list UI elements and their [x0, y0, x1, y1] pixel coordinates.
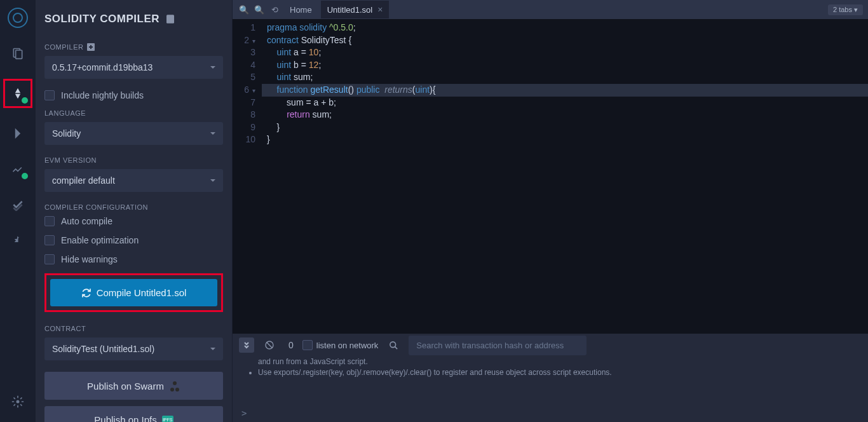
remix-logo-icon[interactable]	[8, 8, 28, 28]
checkbox-icon	[44, 216, 55, 226]
hide-warnings-checkbox[interactable]: Hide warnings	[44, 254, 223, 264]
listen-network-checkbox[interactable]: listen on network	[302, 340, 379, 350]
nightly-builds-checkbox[interactable]: Include nightly builds	[44, 90, 223, 100]
code-editor[interactable]: 12▾3456▾78910 pragma solidity ^0.5.0; co…	[233, 19, 868, 333]
tabs-count-dropdown[interactable]: 2 tabs ▾	[828, 4, 863, 15]
publish-ipfs-button[interactable]: Publish on Ipfs IPFS	[44, 406, 223, 422]
deploy-run-icon[interactable]	[8, 123, 28, 144]
sync-icon[interactable]: ⟲	[268, 3, 281, 16]
svg-rect-1	[16, 50, 22, 58]
compiler-version-select[interactable]: 0.5.17+commit.d19bba13	[44, 56, 223, 79]
settings-icon[interactable]	[8, 391, 28, 412]
auto-compile-checkbox[interactable]: Auto compile	[44, 216, 223, 226]
checkbox-icon	[302, 340, 313, 350]
search-icon[interactable]	[387, 339, 400, 351]
success-badge-icon	[20, 172, 29, 180]
terminal-search-input[interactable]	[409, 336, 587, 355]
zoom-out-icon[interactable]: 🔍	[238, 3, 250, 16]
analysis-icon[interactable]	[8, 159, 28, 179]
checkbox-icon	[44, 90, 55, 100]
publish-swarm-button[interactable]: Publish on Swarm	[44, 372, 223, 400]
contract-select[interactable]: SolidityTest (Untitled1.sol)	[44, 337, 223, 360]
compiler-tab-highlight	[3, 79, 32, 108]
checkbox-icon	[44, 254, 55, 264]
ban-icon[interactable]	[263, 339, 276, 351]
editor-toolbar: 🔍 🔍 ⟲ Home Untitled1.sol × 2 tabs ▾	[233, 0, 868, 19]
plugin-manager-icon[interactable]	[8, 230, 28, 250]
close-icon[interactable]: ×	[377, 4, 383, 15]
evm-version-label: EVM VERSION	[44, 156, 223, 164]
compile-button[interactable]: Compile Untitled1.sol	[50, 279, 217, 306]
compiler-version-label: COMPILER	[44, 43, 223, 51]
language-select[interactable]: Solidity	[44, 122, 223, 145]
home-tab[interactable]: Home	[283, 3, 318, 17]
terminal-toggle-icon[interactable]	[239, 337, 254, 353]
icon-sidebar	[0, 0, 36, 422]
file-tab[interactable]: Untitled1.sol ×	[321, 1, 390, 18]
line-gutter: 12▾3456▾78910	[233, 19, 262, 333]
language-label: LANGUAGE	[44, 109, 223, 117]
compiler-config-label: COMPILER CONFIGURATION	[44, 203, 223, 211]
ipfs-icon: IPFS	[162, 416, 173, 423]
code-body[interactable]: pragma solidity ^0.5.0; contract Solidit…	[262, 19, 868, 333]
add-icon[interactable]	[87, 43, 95, 51]
terminal-panel: 0 listen on network and run from a JavaS…	[233, 333, 868, 422]
compile-button-highlight: Compile Untitled1.sol	[44, 273, 223, 312]
svg-point-6	[390, 341, 396, 347]
terminal-prompt[interactable]: >	[233, 404, 868, 422]
unit-test-icon[interactable]	[8, 194, 28, 215]
main-area: 🔍 🔍 ⟲ Home Untitled1.sol × 2 tabs ▾ 12▾3…	[233, 0, 868, 422]
file-explorer-icon[interactable]	[8, 43, 28, 64]
contract-label: CONTRACT	[44, 325, 223, 332]
panel-title: SOLIDITY COMPILER	[44, 13, 223, 25]
svg-rect-3	[166, 15, 174, 24]
docs-icon[interactable]	[165, 13, 176, 25]
swarm-icon	[169, 380, 180, 391]
compiler-panel: SOLIDITY COMPILER COMPILER 0.5.17+commit…	[36, 0, 233, 422]
zoom-in-icon[interactable]: 🔍	[253, 3, 266, 16]
terminal-bar: 0 listen on network	[233, 334, 868, 357]
success-badge-icon	[20, 96, 29, 105]
svg-point-2	[17, 400, 20, 404]
refresh-icon	[81, 288, 92, 298]
terminal-line: and run from a JavaScript script.	[258, 357, 368, 366]
evm-version-select[interactable]: compiler default	[44, 169, 223, 192]
pending-tx-count: 0	[288, 340, 294, 350]
checkbox-icon	[44, 235, 55, 245]
enable-optimization-checkbox[interactable]: Enable optimization	[44, 235, 223, 245]
terminal-line: Use exports/.register(key, obj)/.remove(…	[258, 368, 612, 377]
terminal-output[interactable]: and run from a JavaScript script. Use ex…	[233, 357, 868, 404]
solidity-compiler-icon[interactable]	[8, 83, 28, 104]
